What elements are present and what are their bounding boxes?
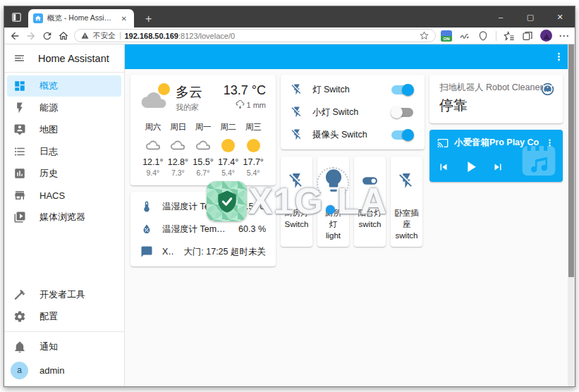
cast-icon [437, 137, 449, 149]
extension-on-icon[interactable]: ON [441, 30, 452, 42]
forecast-cloudy-icon [140, 136, 166, 154]
browser-titlebar: 概览 - Home Assistant ✕ + – ▢ ✕ [4, 6, 575, 27]
profile-avatar[interactable] [540, 30, 552, 42]
dashboard-content: 多云 我的家 13.7 °C 1 mm [125, 69, 575, 387]
refresh-icon[interactable] [42, 30, 53, 42]
collections-icon[interactable] [522, 30, 533, 42]
sidebar-item-map[interactable]: 地图 [7, 119, 121, 140]
weather-partly-cloudy-icon [140, 83, 171, 111]
maximize-button[interactable]: ▢ [516, 6, 545, 27]
watermark-dot [326, 205, 335, 214]
new-tab-button[interactable]: + [141, 13, 156, 25]
scrollbar [568, 44, 575, 387]
security-label[interactable]: 不安全 [93, 31, 116, 41]
address-divider [120, 32, 121, 39]
weather-location: 我的家 [176, 102, 202, 113]
sidebar-item-logbook[interactable]: 日志 [7, 141, 121, 162]
close-button[interactable]: ✕ [545, 6, 575, 27]
home-assistant-favicon [33, 13, 43, 23]
chart-box-icon [13, 167, 26, 180]
user-avatar: a [11, 362, 28, 379]
forecast-day: 周三 17.7° 5.4° [240, 122, 266, 177]
address-bar[interactable]: 不安全 192.168.50.169:8123/lovelace/0 [74, 29, 436, 42]
humidity-icon [140, 223, 153, 235]
weather-card[interactable]: 多云 我的家 13.7 °C 1 mm [130, 75, 276, 185]
switch-row-small-light[interactable]: 小灯 Switch [291, 101, 415, 123]
sidebar-item-developer-tools[interactable]: 开发者工具 [7, 284, 121, 305]
gear-icon [13, 310, 26, 323]
sidebar-item-history[interactable]: 历史 [7, 163, 121, 184]
favorite-star-icon[interactable] [420, 31, 429, 40]
sidebar-divider [4, 331, 124, 332]
precipitation-icon [236, 100, 245, 109]
sidebar-item-hacs[interactable]: HACS [7, 185, 121, 206]
browser-window: 概览 - Home Assistant ✕ + – ▢ ✕ 不安全 192.16… [4, 6, 575, 387]
tab-close-icon[interactable]: ✕ [119, 14, 129, 23]
skip-previous-icon[interactable] [437, 161, 450, 173]
bell-icon [13, 341, 26, 353]
url-text: 192.168.50.169:8123/lovelace/0 [125, 32, 236, 40]
forward-icon [25, 30, 37, 42]
extension-shield-icon[interactable] [477, 30, 489, 42]
tab-actions-icon[interactable] [4, 6, 28, 27]
browser-overflow-icon[interactable]: ··· [559, 31, 570, 41]
browser-tab[interactable]: 概览 - Home Assistant ✕ [28, 9, 134, 27]
weather-condition: 多云 [176, 83, 202, 102]
forecast-cloudy-icon [166, 136, 191, 154]
sidebar-item-overview[interactable]: 概览 [7, 75, 121, 97]
forecast-sunny-icon [216, 136, 241, 154]
home-icon[interactable] [58, 30, 69, 42]
column-1: 多云 我的家 13.7 °C 1 mm [130, 75, 276, 267]
minimize-button[interactable]: – [486, 6, 516, 27]
extension-signature-icon[interactable] [459, 30, 470, 42]
not-secure-warning-icon [81, 32, 89, 39]
robot-vacuum-icon[interactable] [540, 82, 555, 97]
message-icon [140, 245, 153, 258]
app-overflow-icon[interactable] [553, 51, 565, 63]
flash-off-icon [291, 128, 303, 141]
sidebar-bottom: 开发者工具 配置 通知 a admin [4, 283, 124, 387]
switch-row-light[interactable]: 灯 Switch [291, 78, 415, 101]
watermark: X1G LA [207, 181, 387, 221]
vacuum-name: 扫地机器人 Robot Cleaner [439, 82, 553, 94]
app-header [125, 44, 575, 69]
media-overflow-icon[interactable] [544, 137, 555, 148]
play-icon[interactable] [462, 158, 480, 176]
app-title: Home Assistant [38, 53, 109, 64]
toggle-switch[interactable] [391, 108, 413, 117]
toolbar-divider [496, 31, 496, 41]
vacuum-state: 停靠 [439, 96, 553, 115]
watermark-shield-badge [207, 181, 247, 221]
vacuum-card[interactable]: 扫地机器人 Robot Cleaner 停靠 [429, 75, 563, 123]
sidebar-item-config[interactable]: 配置 [7, 306, 121, 327]
hammer-icon [13, 288, 26, 301]
sidebar-item-energy[interactable]: 能源 [7, 97, 121, 118]
sensor-row-door[interactable]: Xiaomi 1403... 大门: 17:25 超时未关 [140, 240, 266, 263]
weather-forecast: 周六 12.1° 9.4° 周日 12.8° 7.3° [140, 122, 266, 177]
skip-next-icon[interactable] [492, 161, 504, 173]
scrollbar-thumb[interactable] [568, 44, 574, 277]
favorites-bar-icon[interactable] [504, 30, 515, 42]
sidebar-item-user[interactable]: a admin [7, 358, 121, 382]
flash-off-icon [291, 83, 303, 96]
sidebar-item-media-browser[interactable]: 媒体浏览器 [7, 207, 121, 228]
sidebar-item-notifications[interactable]: 通知 [7, 336, 121, 357]
url-host: 192.168.50.169 [125, 32, 178, 40]
menu-icon[interactable] [13, 52, 25, 64]
forecast-day: 周日 12.8° 7.3° [166, 122, 191, 177]
play-box-icon [13, 211, 26, 223]
toggle-switch[interactable] [391, 130, 413, 140]
precipitation-value: 1 mm [247, 101, 267, 109]
store-icon [13, 189, 26, 202]
media-player-card: 小爱音箱Pro Play Control [429, 130, 563, 182]
tab-title: 概览 - Home Assistant [47, 13, 115, 23]
back-icon[interactable] [9, 30, 20, 42]
forecast-sunny-icon [240, 136, 266, 154]
toggle-switch[interactable] [391, 85, 413, 94]
switch-row-camera[interactable]: 摄像头 Switch [291, 123, 415, 146]
column-3: 扫地机器人 Robot Cleaner 停靠 小爱音箱Pro Play Cont… [429, 75, 563, 182]
button-card-bedroom-socket[interactable]: 卧室插座switch [391, 157, 422, 247]
sidebar: Home Assistant 概览 能源 地图 日志 [4, 44, 125, 387]
forecast-day: 周六 12.1° 9.4° [140, 122, 166, 177]
media-player-name: 小爱音箱Pro Play Control [454, 137, 539, 149]
